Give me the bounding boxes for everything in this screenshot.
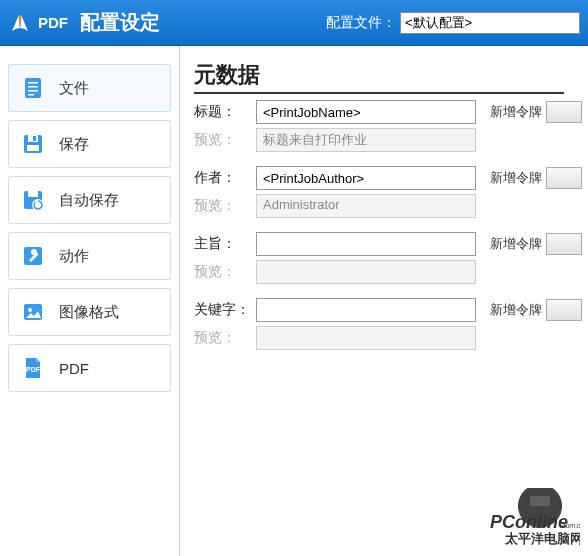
add-token-button-author[interactable] bbox=[546, 167, 582, 189]
logo-text: PDF bbox=[38, 14, 68, 31]
sidebar-item-save[interactable]: 保存 bbox=[8, 120, 171, 168]
document-icon bbox=[21, 76, 45, 100]
subject-preview bbox=[256, 260, 476, 284]
preview-label: 预览： bbox=[194, 197, 256, 215]
sidebar-item-image-format[interactable]: 图像格式 bbox=[8, 288, 171, 336]
window-title: 配置设定 bbox=[80, 9, 160, 36]
config-file-area: 配置文件： bbox=[326, 12, 580, 34]
quill-icon bbox=[8, 11, 32, 35]
svg-rect-8 bbox=[27, 145, 39, 151]
svg-rect-2 bbox=[28, 86, 38, 88]
sidebar-item-label: 动作 bbox=[59, 247, 89, 266]
token-label: 新增令牌 bbox=[482, 169, 542, 187]
keywords-input[interactable] bbox=[256, 298, 476, 322]
sidebar-item-action[interactable]: 动作 bbox=[8, 232, 171, 280]
token-label: 新增令牌 bbox=[482, 103, 542, 121]
author-preview: Administrator bbox=[256, 194, 476, 218]
image-icon bbox=[21, 300, 45, 324]
pdf-file-icon: PDF bbox=[21, 356, 45, 380]
sidebar: 文件 保存 自动保存 动作 图像格式 PDF PDF bbox=[0, 46, 180, 556]
wrench-icon bbox=[21, 244, 45, 268]
field-label-title: 标题： bbox=[194, 103, 256, 121]
autosave-icon bbox=[21, 188, 45, 212]
token-label: 新增令牌 bbox=[482, 301, 542, 319]
title-preview: 标题来自打印作业 bbox=[256, 128, 476, 152]
config-file-label: 配置文件： bbox=[326, 14, 396, 32]
svg-rect-3 bbox=[28, 90, 38, 92]
sidebar-item-pdf[interactable]: PDF PDF bbox=[8, 344, 171, 392]
svg-text:PDF: PDF bbox=[26, 366, 41, 373]
add-token-button-title[interactable] bbox=[546, 101, 582, 123]
subject-input[interactable] bbox=[256, 232, 476, 256]
app-logo: PDF bbox=[8, 11, 68, 35]
save-icon bbox=[21, 132, 45, 156]
preview-label: 预览： bbox=[194, 329, 256, 347]
svg-rect-10 bbox=[28, 191, 38, 197]
author-input[interactable] bbox=[256, 166, 476, 190]
preview-label: 预览： bbox=[194, 263, 256, 281]
field-label-keywords: 关键字： bbox=[194, 301, 256, 319]
config-file-select[interactable] bbox=[400, 12, 580, 34]
sidebar-item-label: 图像格式 bbox=[59, 303, 119, 322]
add-token-button-subject[interactable] bbox=[546, 233, 582, 255]
sidebar-item-label: PDF bbox=[59, 360, 89, 377]
svg-rect-4 bbox=[28, 94, 34, 96]
field-label-subject: 主旨： bbox=[194, 235, 256, 253]
title-input[interactable] bbox=[256, 100, 476, 124]
section-title: 元数据 bbox=[194, 60, 564, 94]
sidebar-item-label: 自动保存 bbox=[59, 191, 119, 210]
sidebar-item-label: 保存 bbox=[59, 135, 89, 154]
svg-point-14 bbox=[28, 308, 32, 312]
titlebar: PDF 配置设定 配置文件： bbox=[0, 0, 588, 46]
keywords-preview bbox=[256, 326, 476, 350]
preview-label: 预览： bbox=[194, 131, 256, 149]
add-token-button-keywords[interactable] bbox=[546, 299, 582, 321]
main-area: 文件 保存 自动保存 动作 图像格式 PDF PDF 元数据 标题： 新增令牌 bbox=[0, 46, 588, 556]
sidebar-item-file[interactable]: 文件 bbox=[8, 64, 171, 112]
svg-rect-1 bbox=[28, 82, 38, 84]
svg-rect-7 bbox=[33, 136, 36, 141]
field-label-author: 作者： bbox=[194, 169, 256, 187]
content-panel: 元数据 标题： 新增令牌 预览： 标题来自打印作业 作者： 新增令牌 预览： A… bbox=[180, 46, 588, 556]
sidebar-item-autosave[interactable]: 自动保存 bbox=[8, 176, 171, 224]
sidebar-item-label: 文件 bbox=[59, 79, 89, 98]
token-label: 新增令牌 bbox=[482, 235, 542, 253]
